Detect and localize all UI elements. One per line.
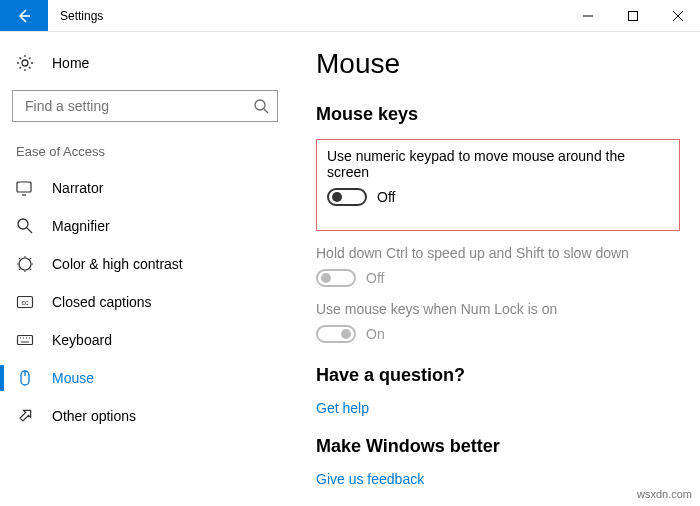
toggle-state: Off bbox=[377, 189, 395, 205]
close-icon bbox=[673, 11, 683, 21]
sidebar: Home Ease of Access Narrator Magnifier bbox=[0, 32, 290, 506]
section-heading-question: Have a question? bbox=[316, 365, 680, 386]
page-title: Mouse bbox=[316, 48, 680, 80]
home-button[interactable]: Home bbox=[0, 44, 290, 82]
sidebar-item-color-contrast[interactable]: Color & high contrast bbox=[0, 245, 290, 283]
closed-captions-icon: cc bbox=[16, 293, 34, 311]
setting-label-ctrl-shift: Hold down Ctrl to speed up and Shift to … bbox=[316, 245, 680, 261]
sidebar-item-other-options[interactable]: Other options bbox=[0, 397, 290, 435]
sidebar-item-magnifier[interactable]: Magnifier bbox=[0, 207, 290, 245]
contrast-icon bbox=[16, 255, 34, 273]
svg-point-2 bbox=[255, 100, 265, 110]
section-heading-better: Make Windows better bbox=[316, 436, 680, 457]
minimize-icon bbox=[583, 11, 593, 21]
window-controls bbox=[565, 0, 700, 31]
toggle-numlock bbox=[316, 325, 356, 343]
search-input[interactable] bbox=[23, 97, 253, 115]
toggle-row-numeric-keypad: Off bbox=[327, 188, 669, 206]
titlebar: Settings bbox=[0, 0, 700, 32]
sidebar-item-label: Narrator bbox=[52, 180, 103, 196]
search-box[interactable] bbox=[12, 90, 278, 122]
sidebar-item-keyboard[interactable]: Keyboard bbox=[0, 321, 290, 359]
svg-rect-0 bbox=[628, 11, 637, 20]
sidebar-item-label: Magnifier bbox=[52, 218, 110, 234]
sidebar-item-narrator[interactable]: Narrator bbox=[0, 169, 290, 207]
maximize-button[interactable] bbox=[610, 0, 655, 31]
get-help-link[interactable]: Get help bbox=[316, 400, 680, 416]
toggle-ctrl-shift bbox=[316, 269, 356, 287]
sidebar-item-label: Closed captions bbox=[52, 294, 152, 310]
search-icon bbox=[253, 98, 269, 114]
section-heading-mouse-keys: Mouse keys bbox=[316, 104, 680, 125]
toggle-numeric-keypad[interactable] bbox=[327, 188, 367, 206]
svg-text:cc: cc bbox=[22, 299, 30, 306]
mouse-icon bbox=[16, 369, 34, 387]
close-button[interactable] bbox=[655, 0, 700, 31]
arrow-left-icon bbox=[16, 8, 32, 24]
toggle-row-numlock: On bbox=[316, 325, 680, 343]
feedback-link[interactable]: Give us feedback bbox=[316, 471, 680, 487]
setting-label-numlock: Use mouse keys when Num Lock is on bbox=[316, 301, 680, 317]
sidebar-item-label: Mouse bbox=[52, 370, 94, 386]
svg-rect-8 bbox=[18, 336, 33, 345]
back-button[interactable] bbox=[0, 0, 48, 31]
sidebar-item-mouse[interactable]: Mouse bbox=[0, 359, 290, 397]
svg-point-5 bbox=[19, 258, 31, 270]
highlighted-setting: Use numeric keypad to move mouse around … bbox=[316, 139, 680, 231]
home-label: Home bbox=[52, 55, 89, 71]
sidebar-item-label: Keyboard bbox=[52, 332, 112, 348]
svg-rect-3 bbox=[17, 182, 31, 192]
sidebar-item-label: Other options bbox=[52, 408, 136, 424]
maximize-icon bbox=[628, 11, 638, 21]
toggle-state: Off bbox=[366, 270, 384, 286]
keyboard-icon bbox=[16, 331, 34, 349]
toggle-row-ctrl-shift: Off bbox=[316, 269, 680, 287]
magnifier-icon bbox=[16, 217, 34, 235]
sidebar-item-label: Color & high contrast bbox=[52, 256, 183, 272]
gear-icon bbox=[16, 54, 34, 72]
sidebar-section-header: Ease of Access bbox=[0, 140, 290, 169]
minimize-button[interactable] bbox=[565, 0, 610, 31]
main-panel: Mouse Mouse keys Use numeric keypad to m… bbox=[290, 32, 700, 506]
toggle-state: On bbox=[366, 326, 385, 342]
narrator-icon bbox=[16, 179, 34, 197]
svg-point-1 bbox=[22, 60, 28, 66]
sidebar-item-closed-captions[interactable]: cc Closed captions bbox=[0, 283, 290, 321]
watermark: wsxdn.com bbox=[637, 488, 692, 500]
setting-label-numeric-keypad: Use numeric keypad to move mouse around … bbox=[327, 148, 669, 180]
other-options-icon bbox=[16, 407, 34, 425]
svg-point-4 bbox=[18, 219, 28, 229]
window-title: Settings bbox=[48, 0, 565, 31]
